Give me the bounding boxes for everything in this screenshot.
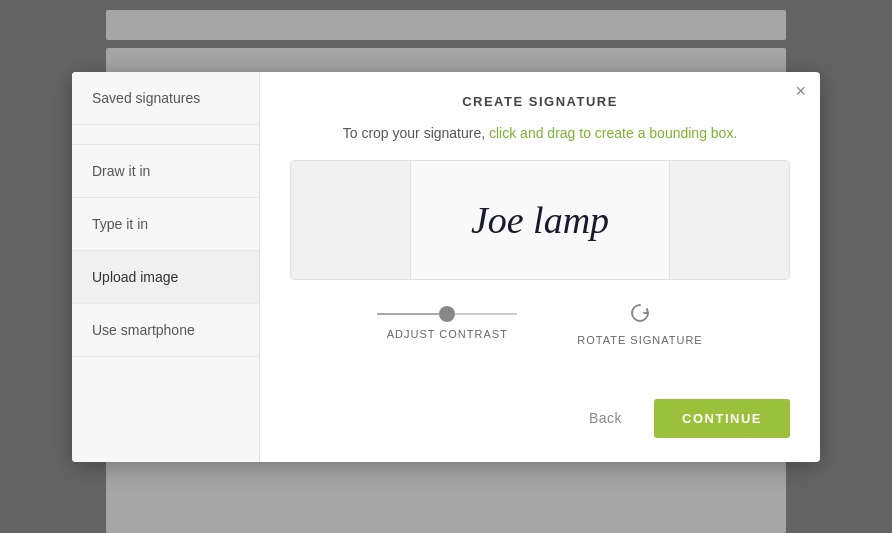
sidebar-item-use-smartphone[interactable]: Use smartphone: [72, 304, 259, 357]
upload-image-label: Upload image: [92, 269, 178, 285]
sidebar-spacer: [72, 125, 259, 145]
draw-it-in-label: Draw it in: [92, 163, 150, 179]
contrast-slider[interactable]: [377, 306, 517, 322]
modal-subtitle: To crop your signature, click and drag t…: [260, 123, 820, 160]
signature-preview: Joe lamp: [471, 198, 609, 242]
slider-track-left: [377, 313, 439, 315]
continue-button[interactable]: CONTINUE: [654, 399, 790, 438]
modal-footer: Back CONTINUE: [260, 379, 820, 462]
sidebar-item-upload-image[interactable]: Upload image: [72, 251, 259, 304]
signature-middle: Joe lamp: [411, 161, 669, 279]
adjust-contrast-group: ADJUST CONTRAST: [377, 306, 517, 340]
sidebar: Saved signatures Draw it in Type it in U…: [72, 72, 260, 462]
rotate-signature-label: ROTATE SIGNATURE: [577, 334, 702, 346]
type-it-in-label: Type it in: [92, 216, 148, 232]
subtitle-plain: To crop your signature,: [343, 125, 489, 141]
signature-left-panel: [291, 161, 411, 279]
modal-title: CREATE SIGNATURE: [260, 72, 820, 123]
use-smartphone-label: Use smartphone: [92, 322, 195, 338]
sidebar-item-saved-signatures[interactable]: Saved signatures: [72, 72, 259, 125]
modal-main: CREATE SIGNATURE To crop your signature,…: [260, 72, 820, 462]
saved-signatures-label: Saved signatures: [92, 90, 200, 106]
create-signature-modal: × Saved signatures Draw it in Type it in…: [72, 72, 820, 462]
signature-controls: ADJUST CONTRAST ROTATE SIGNATURE: [260, 280, 820, 346]
rotate-signature-group[interactable]: ROTATE SIGNATURE: [577, 300, 702, 346]
signature-container[interactable]: Joe lamp: [290, 160, 790, 280]
rotate-icon[interactable]: [626, 300, 654, 328]
slider-thumb[interactable]: [439, 306, 455, 322]
slider-track-right: [455, 313, 517, 315]
sidebar-item-type-it-in[interactable]: Type it in: [72, 198, 259, 251]
back-button[interactable]: Back: [573, 400, 638, 436]
adjust-contrast-label: ADJUST CONTRAST: [387, 328, 508, 340]
close-button[interactable]: ×: [795, 82, 806, 100]
modal-overlay: × Saved signatures Draw it in Type it in…: [0, 0, 892, 533]
sidebar-item-draw-it-in[interactable]: Draw it in: [72, 145, 259, 198]
subtitle-highlight: click and drag to create a bounding box.: [489, 125, 737, 141]
signature-right-panel: [669, 161, 789, 279]
